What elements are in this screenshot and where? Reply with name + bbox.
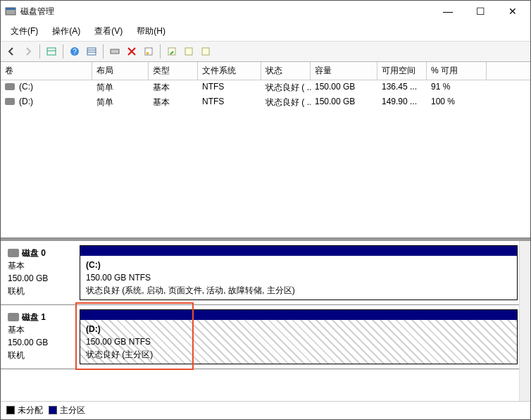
disk-icon — [8, 249, 19, 257]
col-free[interactable]: 可用空间 — [377, 62, 427, 80]
svg-text:?: ? — [73, 48, 77, 56]
col-filesystem[interactable]: 文件系统 — [198, 62, 261, 80]
svg-rect-13 — [185, 48, 192, 55]
legend-unallocated: 未分配 — [18, 405, 43, 415]
disk-name: 磁盘 0 — [22, 248, 46, 258]
col-capacity[interactable]: 容量 — [311, 62, 377, 80]
separator — [103, 44, 104, 58]
legend-primary: 主分区 — [60, 405, 85, 415]
properties-icon[interactable] — [141, 44, 156, 59]
vol-capacity: 150.00 GB — [311, 95, 377, 110]
separator — [39, 44, 40, 58]
toolbar-disks-icon[interactable] — [107, 44, 123, 59]
col-layout[interactable]: 布局 — [92, 62, 149, 80]
disk-icon — [5, 98, 15, 105]
disk-size: 150.00 GB — [8, 272, 73, 285]
menu-action[interactable]: 操作(A) — [45, 23, 87, 39]
partition-size: 150.00 GB NTFS — [86, 273, 151, 283]
vol-pct: 91 % — [427, 80, 487, 95]
separator — [160, 44, 161, 58]
svg-rect-6 — [87, 48, 96, 55]
col-status[interactable]: 状态 — [261, 62, 311, 80]
partition-bar — [80, 246, 517, 256]
col-pct[interactable]: % 可用 — [427, 62, 487, 80]
menu-bar: 文件(F) 操作(A) 查看(V) 帮助(H) — [1, 22, 530, 42]
svg-rect-12 — [168, 48, 175, 55]
vol-fs: NTFS — [198, 95, 261, 110]
disk-kind: 基本 — [8, 259, 73, 272]
disk-kind: 基本 — [8, 323, 73, 336]
partition-title: (D:) — [86, 324, 101, 334]
disk-label[interactable]: 磁盘 0 基本 150.00 GB 联机 — [5, 245, 75, 300]
svg-rect-1 — [6, 8, 15, 10]
app-icon — [5, 6, 16, 17]
disk-graphical-view: 磁盘 0 基本 150.00 GB 联机 (C:) 150.00 GB NTFS… — [1, 238, 530, 401]
vol-name: (C:) — [19, 82, 33, 92]
disk-name: 磁盘 1 — [22, 312, 46, 322]
vol-status: 状态良好 ( ... — [261, 95, 311, 110]
minimize-button[interactable]: — — [432, 1, 464, 22]
delete-icon[interactable] — [124, 44, 139, 59]
svg-rect-14 — [202, 48, 209, 55]
volume-list: 卷 布局 类型 文件系统 状态 容量 可用空间 % 可用 (C:) 简单 基本 … — [1, 62, 530, 238]
vol-type: 基本 — [149, 80, 198, 95]
partition-title: (C:) — [86, 260, 101, 270]
disk-icon — [5, 83, 15, 90]
toolbar-icon-a[interactable] — [181, 44, 196, 59]
svg-rect-2 — [47, 48, 56, 55]
partition-bar — [80, 310, 517, 320]
disk-state: 联机 — [8, 285, 73, 297]
partition[interactable]: (C:) 150.00 GB NTFS 状态良好 (系统, 启动, 页面文件, … — [80, 245, 518, 300]
vol-pct: 100 % — [427, 95, 487, 110]
col-volume[interactable]: 卷 — [1, 62, 92, 80]
toolbar-view-icon[interactable] — [44, 44, 59, 59]
svg-rect-11 — [146, 52, 149, 54]
disk-row: 磁盘 1 基本 150.00 GB 联机 (D:) 150.00 GB NTFS… — [1, 305, 530, 369]
partition-size: 150.00 GB NTFS — [86, 337, 151, 347]
title-bar: 磁盘管理 — ☐ ✕ — [1, 1, 530, 22]
window-title: 磁盘管理 — [20, 6, 432, 18]
disk-state: 联机 — [8, 349, 73, 362]
vol-capacity: 150.00 GB — [311, 80, 377, 95]
swatch-primary — [49, 406, 57, 414]
legend: 未分配 主分区 — [1, 401, 530, 419]
vol-fs: NTFS — [198, 80, 261, 95]
separator — [63, 44, 63, 58]
vol-layout: 简单 — [92, 95, 149, 110]
disk-size: 150.00 GB — [8, 336, 73, 349]
volume-row[interactable]: (D:) 简单 基本 NTFS 状态良好 ( ... 150.00 GB 149… — [1, 95, 530, 110]
disk-icon — [8, 313, 19, 321]
vol-name: (D:) — [19, 97, 33, 106]
volume-list-header: 卷 布局 类型 文件系统 状态 容量 可用空间 % 可用 — [1, 62, 530, 80]
col-spacer — [487, 62, 530, 80]
vol-status: 状态良好 ( ... — [261, 80, 311, 95]
back-button[interactable] — [4, 44, 19, 59]
disk-row: 磁盘 0 基本 150.00 GB 联机 (C:) 150.00 GB NTFS… — [1, 241, 530, 305]
vol-free: 136.45 ... — [377, 80, 427, 95]
menu-file[interactable]: 文件(F) — [4, 23, 45, 39]
partition-status: 状态良好 (主分区) — [86, 350, 153, 359]
disk-label[interactable]: 磁盘 1 基本 150.00 GB 联机 — [5, 309, 75, 364]
refresh-icon[interactable] — [164, 44, 180, 59]
menu-help[interactable]: 帮助(H) — [130, 23, 173, 39]
vol-free: 149.90 ... — [377, 95, 427, 110]
toolbar: ? — [1, 42, 530, 62]
close-button[interactable]: ✕ — [496, 1, 529, 22]
volume-row[interactable]: (C:) 简单 基本 NTFS 状态良好 ( ... 150.00 GB 136… — [1, 80, 530, 95]
toolbar-icon-b[interactable] — [198, 44, 213, 59]
partition[interactable]: (D:) 150.00 GB NTFS 状态良好 (主分区) — [80, 309, 518, 364]
volume-list-body: (C:) 简单 基本 NTFS 状态良好 ( ... 150.00 GB 136… — [1, 80, 530, 110]
help-icon[interactable]: ? — [67, 44, 82, 59]
menu-view[interactable]: 查看(V) — [87, 23, 130, 39]
svg-rect-9 — [111, 49, 119, 54]
col-type[interactable]: 类型 — [149, 62, 198, 80]
toolbar-list-icon[interactable] — [84, 44, 99, 59]
vol-layout: 简单 — [92, 80, 149, 95]
swatch-unallocated — [6, 406, 15, 414]
forward-button[interactable] — [20, 44, 36, 59]
vol-type: 基本 — [149, 95, 198, 110]
scrollbar[interactable] — [519, 241, 530, 401]
partition-status: 状态良好 (系统, 启动, 页面文件, 活动, 故障转储, 主分区) — [86, 285, 295, 295]
maximize-button[interactable]: ☐ — [464, 1, 496, 22]
